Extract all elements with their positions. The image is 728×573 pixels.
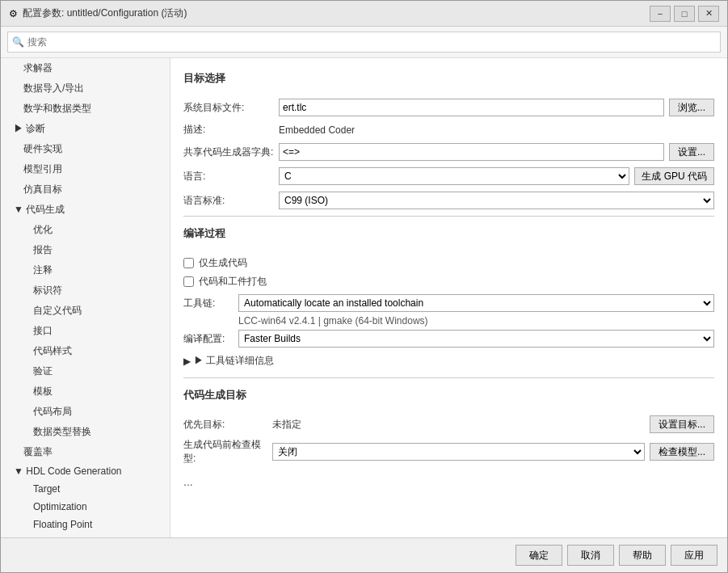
pre-check-label: 生成代码前检查模型: [183,438,272,466]
sidebar-item-model-ref[interactable]: 模型引用 [1,159,170,179]
maximize-button[interactable]: □ [674,6,695,22]
check-model-row: 关闭 打开 检查模型... [272,443,714,461]
sidebar-item-templates[interactable]: 模板 [1,381,170,402]
sidebar-item-verification[interactable]: 验证 [1,361,170,381]
pre-check-select[interactable]: 关闭 打开 [272,443,645,461]
sidebar-item-comments[interactable]: 注释 [1,260,170,280]
sidebar-item-identifiers[interactable]: 标识符 [1,280,170,301]
sidebar-item-data-import[interactable]: 数据导入/导出 [1,78,170,99]
sidebar-item-hdl-floating-point[interactable]: Floating Point [1,516,170,533]
search-icon: 🔍 [12,36,24,48]
content-area: 目标选择 系统目标文件: 浏览... 描述: Embedded Coder 共享… [170,58,727,537]
pre-check-row: 生成代码前检查模型: 关闭 打开 检查模型... [183,438,714,466]
sidebar-item-sim-target[interactable]: 仿真目标 [1,179,170,200]
minimize-button[interactable]: − [650,6,671,22]
sidebar: 求解器 数据导入/导出 数学和数据类型 ▶ 诊断 硬件实现 模型引用 仿真目标 … [1,58,170,537]
close-button[interactable]: ✕ [698,6,719,22]
sidebar-item-math-types[interactable]: 数学和数据类型 [1,99,170,119]
set-target-button[interactable]: 设置目标... [650,415,714,433]
lang-std-label: 语言标准: [183,194,272,208]
title-controls: − □ ✕ [650,6,719,22]
check-model-button[interactable]: 检查模型... [650,443,714,461]
set-button[interactable]: 设置... [669,143,714,161]
sidebar-item-hdl-code-gen[interactable]: ▼ HDL Code Generation [1,462,170,480]
cancel-button[interactable]: 取消 [567,545,614,566]
language-select-row: C C++ 生成 GPU 代码 [279,167,714,185]
priority-value: 未指定 [272,418,650,432]
compile-title: 编译过程 [183,226,714,244]
lang-std-row: 语言标准: C99 (ISO) C89/ANSI C11 (ISO) [183,192,714,209]
gpu-button[interactable]: 生成 GPU 代码 [634,167,714,185]
target-selection-title: 目标选择 [183,71,714,89]
apply-button[interactable]: 应用 [671,545,717,566]
shared-dict-label: 共享代码生成器字典: [183,145,272,159]
title-bar-left: ⚙ 配置参数: untitled/Configuration (活动) [9,6,187,20]
pack-code-checkbox[interactable] [183,276,194,287]
search-input[interactable] [7,32,721,53]
build-config-label: 编译配置: [183,332,232,346]
shared-dict-row: 共享代码生成器字典: 设置... [183,143,714,161]
build-config-row: 编译配置: Faster Builds Debug Faster Runs Sp… [183,330,714,348]
sys-target-input-row: 浏览... [279,99,714,116]
priority-target-row: 优先目标: 未指定 设置目标... [183,415,714,433]
sidebar-item-hdl-target[interactable]: Target [1,480,170,498]
main-content: 求解器 数据导入/导出 数学和数据类型 ▶ 诊断 硬件实现 模型引用 仿真目标 … [1,58,727,537]
window-title: 配置参数: untitled/Configuration (活动) [23,6,187,20]
description-row: 描述: Embedded Coder [183,123,714,137]
language-row: 语言: C C++ 生成 GPU 代码 [183,167,714,185]
toolchain-select[interactable]: Automatically locate an installed toolch… [238,294,714,312]
sys-target-label: 系统目标文件: [183,101,272,115]
code-gen-target-title: 代码生成目标 [183,388,714,406]
sidebar-item-solver[interactable]: 求解器 [1,58,170,78]
toolchain-label: 工具链: [183,297,232,310]
language-label: 语言: [183,170,272,183]
language-select[interactable]: C C++ [279,167,629,185]
build-config-select[interactable]: Faster Builds Debug Faster Runs Specify [238,330,714,348]
sidebar-item-code-placement[interactable]: 代码布局 [1,402,170,422]
sidebar-item-interface[interactable]: 接口 [1,321,170,341]
help-button[interactable]: 帮助 [619,545,666,566]
search-wrapper: 🔍 [7,32,721,53]
sidebar-item-hw-impl[interactable]: 硬件实现 [1,139,170,159]
sidebar-item-code-gen[interactable]: ▼ 代码生成 [1,200,170,220]
description-label: 描述: [183,123,272,137]
only-gen-code-checkbox[interactable] [183,258,194,268]
sidebar-item-diagnostics[interactable]: ▶ 诊断 [1,119,170,139]
sidebar-item-optimize[interactable]: 优化 [1,220,170,240]
toolchain-details-expand[interactable]: ▶ ▶ 工具链详细信息 [183,351,714,371]
shared-dict-input[interactable] [279,143,664,161]
sys-target-row: 系统目标文件: 浏览... [183,99,714,116]
sidebar-item-hdl-optimization[interactable]: Optimization [1,498,170,516]
sidebar-item-coverage[interactable]: 覆盖率 [1,442,170,462]
priority-label: 优先目标: [183,418,272,432]
browse-button[interactable]: 浏览... [669,99,714,116]
lang-std-select[interactable]: C99 (ISO) C89/ANSI C11 (ISO) [279,192,714,209]
pack-code-row: 代码和工件打包 [183,272,714,291]
window-icon: ⚙ [9,8,18,19]
footer: 确定 取消 帮助 应用 [1,537,727,572]
sidebar-item-custom-code[interactable]: 自定义代码 [1,301,170,321]
description-value: Embedded Coder [279,124,714,136]
sys-target-input[interactable] [279,99,664,116]
only-gen-code-row: 仅生成代码 [183,254,714,272]
confirm-button[interactable]: 确定 [515,545,562,566]
divider-2 [183,377,714,378]
dots-row: ... [183,470,714,493]
expand-arrow-icon: ▶ [183,356,191,367]
pack-code-label: 代码和工件打包 [199,275,267,289]
sidebar-item-type-replace[interactable]: 数据类型替换 [1,422,170,442]
divider-1 [183,216,714,217]
only-gen-code-label: 仅生成代码 [199,256,247,270]
sidebar-item-report[interactable]: 报告 [1,240,170,260]
title-bar: ⚙ 配置参数: untitled/Configuration (活动) − □ … [1,1,727,27]
toolchain-info: LCC-win64 v2.4.1 | gmake (64-bit Windows… [183,315,714,327]
toolchain-row: 工具链: Automatically locate an installed t… [183,294,714,312]
shared-dict-input-row: 设置... [279,143,714,161]
expand-label: ▶ 工具链详细信息 [194,354,274,368]
sidebar-item-code-style[interactable]: 代码样式 [1,341,170,361]
search-bar: 🔍 [1,27,727,58]
main-window: ⚙ 配置参数: untitled/Configuration (活动) − □ … [0,0,728,573]
